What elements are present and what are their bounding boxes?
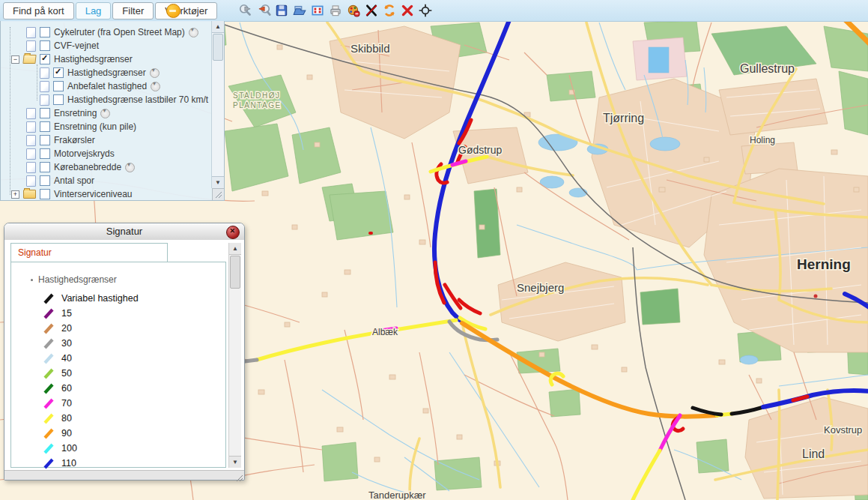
page-icon — [26, 108, 36, 119]
layer-label[interactable]: Ensretning — [54, 108, 97, 118]
layer-checkbox[interactable] — [40, 175, 50, 186]
scroll-up-button[interactable]: ▲ — [212, 21, 224, 33]
place-label: Kovstrup — [824, 424, 862, 436]
layer-label[interactable]: Hastighedsgrænser — [67, 67, 146, 78]
legend-item: 110 — [11, 456, 225, 471]
layer-checkbox[interactable] — [40, 121, 50, 132]
layer-label[interactable]: Hastighedsgrænse lastbiler 70 km/t — [67, 94, 208, 105]
zoom-previous-icon[interactable] — [256, 3, 271, 18]
tab-find-på-kort[interactable]: Find på kort — [3, 2, 74, 19]
tab-filter[interactable]: Filter — [112, 2, 154, 19]
refresh-icon[interactable] — [382, 3, 397, 18]
minus-circle-icon[interactable] — [166, 4, 180, 18]
scroll-up-button[interactable]: ▲ — [229, 243, 241, 255]
expand-expander-icon[interactable]: + — [11, 190, 19, 199]
layer-row: Ensretning (kun pile) — [1, 120, 210, 133]
palette-theme-icon[interactable] — [346, 3, 361, 18]
layer-label[interactable]: Vinterserviceniveau — [54, 189, 133, 199]
layer-checkbox[interactable] — [53, 81, 64, 91]
top-toolbar: Find på kortLagFilterVærktøjer — [0, 0, 868, 22]
scroll-thumb[interactable] — [230, 256, 240, 289]
place-label: Gødstrup — [458, 144, 503, 156]
legend-group-label: Hastighedsgrænser — [38, 274, 117, 285]
zoom-visibility-icon[interactable] — [100, 109, 110, 118]
page-icon — [40, 81, 49, 92]
layer-checkbox[interactable] — [40, 40, 50, 51]
folder-icon — [23, 190, 36, 199]
zoom-visibility-icon[interactable] — [125, 163, 135, 172]
layer-checkbox[interactable] — [40, 148, 50, 159]
layer-label[interactable]: Antal spor — [54, 175, 94, 186]
layer-row: Frakørsler — [1, 133, 210, 147]
page-icon — [40, 94, 49, 106]
legend-bottombar — [4, 470, 244, 480]
legend-swatch-icon — [43, 457, 55, 470]
legend-swatch-icon — [43, 382, 55, 395]
legend-swatch-icon — [43, 322, 55, 335]
layer-label[interactable]: Motorvejskryds — [54, 148, 115, 159]
layer-panel-scrollbar[interactable]: ▲ ▼ — [211, 21, 224, 188]
layer-checkbox[interactable] — [53, 67, 64, 78]
hide-selection-icon[interactable] — [364, 3, 379, 18]
page-icon — [26, 175, 36, 187]
open-icon[interactable] — [292, 3, 307, 18]
legend-item-label: 30 — [61, 338, 72, 349]
layer-label[interactable]: Hastighedsgrænser — [54, 54, 133, 64]
layer-checkbox[interactable] — [40, 135, 50, 145]
scroll-down-button[interactable]: ▼ — [229, 456, 241, 468]
gis-app: SkibbildSTALDHØJPLANTAGEGødstrupGullestr… — [0, 0, 868, 500]
layer-label[interactable]: Ensretning (kun pile) — [54, 121, 136, 132]
collapse-expander-icon[interactable]: − — [11, 55, 19, 64]
legend-item: 40 — [11, 351, 225, 366]
scroll-down-button[interactable]: ▼ — [212, 176, 224, 188]
tab-lag[interactable]: Lag — [76, 2, 112, 19]
legend-tab-signatur[interactable]: Signatur — [10, 243, 168, 262]
layer-label[interactable]: Anbefalet hastighed — [67, 81, 147, 91]
legend-titlebar[interactable]: Signatur — [4, 223, 244, 241]
zoom-visibility-icon[interactable] — [151, 82, 160, 91]
layer-checkbox[interactable] — [40, 54, 50, 64]
legend-resize-handle[interactable] — [234, 472, 244, 480]
zoom-visibility-icon[interactable] — [189, 28, 198, 37]
delete-icon[interactable] — [400, 3, 415, 18]
layer-label[interactable]: CVF-vejnet — [54, 40, 99, 51]
legend-item: Variabel hastighed — [11, 291, 225, 306]
legend-item: 50 — [11, 366, 225, 381]
zoom-visibility-icon[interactable] — [150, 68, 160, 78]
save-icon[interactable] — [274, 3, 289, 18]
layer-checkbox[interactable] — [40, 108, 50, 118]
scroll-thumb[interactable] — [213, 34, 223, 61]
legend-item-label: 40 — [61, 353, 72, 364]
legend-item-label: 50 — [61, 368, 72, 379]
legend-item-label: 110 — [61, 458, 76, 469]
legend-group: Hastighedsgrænser — [31, 274, 225, 285]
full-extent-icon[interactable] — [310, 3, 325, 18]
layer-label[interactable]: Cykelruter (fra Open Street Map) — [54, 27, 185, 37]
zoom-next-icon[interactable] — [238, 3, 253, 18]
layer-panel-resize-handle[interactable] — [212, 188, 224, 200]
layer-label[interactable]: Frakørsler — [54, 135, 95, 145]
legend-item-label: 60 — [61, 383, 72, 394]
legend-item-label: 80 — [61, 413, 72, 424]
legend-body: Signatur Hastighedsgrænser Variabel hast… — [4, 240, 244, 471]
page-icon — [26, 121, 36, 133]
print-icon[interactable] — [328, 3, 343, 18]
map-railway-station-dot — [814, 295, 818, 298]
place-label: Holing — [750, 135, 775, 145]
legend-swatch-icon — [43, 427, 55, 440]
layer-checkbox[interactable] — [53, 94, 64, 105]
tab-værktøjer[interactable]: Værktøjer — [155, 2, 217, 19]
legend-swatch-icon — [43, 367, 55, 380]
layer-checkbox[interactable] — [40, 189, 50, 199]
place-label: STALDHØJ — [233, 91, 281, 100]
legend-swatch-icon — [43, 292, 55, 305]
layer-checkbox[interactable] — [40, 162, 50, 172]
layer-label[interactable]: Kørebanebredde — [54, 162, 121, 172]
legend-scrollbar[interactable]: ▲ ▼ — [228, 243, 241, 468]
center-crosshair-icon[interactable] — [418, 3, 433, 18]
page-icon — [26, 162, 36, 173]
layer-row: Hastighedsgrænser — [1, 66, 210, 79]
layer-checkbox[interactable] — [40, 27, 50, 37]
layer-row: Ensretning — [1, 106, 210, 120]
close-icon[interactable] — [226, 226, 240, 239]
